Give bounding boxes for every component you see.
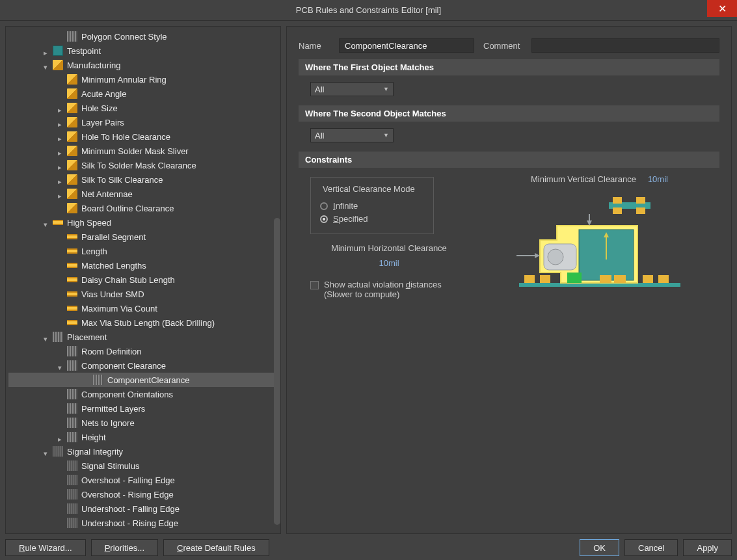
caret-icon[interactable]: [58, 362, 64, 369]
svg-rect-6: [613, 197, 622, 204]
svg-rect-3: [643, 275, 653, 283]
priorities-button[interactable]: Priorities...: [91, 539, 158, 556]
radio-specified[interactable]: Specified: [320, 214, 424, 224]
mvc-label: Minimum Vertical Clearance: [531, 174, 636, 184]
tree-item[interactable]: Hole To Hole Clearance: [8, 129, 278, 144]
tree-item[interactable]: Matched Lengths: [8, 258, 278, 273]
rule-category-icon: [67, 160, 77, 170]
caret-icon[interactable]: [44, 448, 50, 455]
first-scope-dropdown[interactable]: All: [310, 82, 394, 96]
rules-tree[interactable]: Polygon Connect StyleTestpointManufactur…: [8, 29, 278, 531]
caret-icon[interactable]: [58, 119, 64, 126]
rule-category-icon: [67, 131, 77, 142]
tree-item-label: Vias Under SMD: [81, 289, 144, 299]
rule-category-icon: [67, 306, 77, 311]
tree-item[interactable]: Maximum Via Count: [8, 301, 278, 315]
tree-item[interactable]: Overshoot - Falling Edge: [8, 473, 278, 487]
caret-icon[interactable]: [58, 434, 64, 440]
tree-item[interactable]: Signal Integrity: [8, 444, 278, 459]
tree-item[interactable]: Undershoot - Falling Edge: [8, 501, 278, 516]
tree-item[interactable]: Polygon Connect Style: [8, 29, 278, 44]
caret-icon[interactable]: [58, 133, 64, 140]
tree-item[interactable]: Daisy Chain Stub Length: [8, 273, 278, 287]
caret-icon[interactable]: [58, 176, 64, 183]
rule-category-icon: [53, 446, 63, 457]
svg-rect-14: [600, 275, 611, 283]
mhc-value[interactable]: 10mil: [310, 258, 468, 268]
tree-scrollbar[interactable]: [274, 218, 280, 525]
tree-item[interactable]: Signal Stimulus: [8, 459, 278, 473]
caret-icon[interactable]: [44, 62, 50, 68]
rule-category-icon: [67, 432, 77, 442]
violations-line1: Show actual violation distances: [324, 280, 442, 289]
mvc-value[interactable]: 10mil: [648, 174, 668, 184]
caret-none-icon: [58, 233, 64, 240]
tree-item[interactable]: Layer Pairs: [8, 115, 278, 129]
tree-item-label: ComponentClearance: [107, 375, 189, 385]
caret-icon[interactable]: [58, 162, 64, 168]
tree-item[interactable]: Height: [8, 430, 278, 444]
tree-item[interactable]: Undershoot - Rising Edge: [8, 516, 278, 530]
rule-category-icon: [53, 332, 63, 342]
create-default-rules-button[interactable]: Create Default Rules: [163, 539, 269, 556]
tree-item[interactable]: Overshoot - Rising Edge: [8, 487, 278, 501]
cancel-button[interactable]: Cancel: [624, 539, 678, 556]
caret-icon[interactable]: [44, 334, 50, 340]
svg-rect-7: [636, 197, 645, 204]
caret-none-icon: [58, 405, 64, 412]
tree-item[interactable]: Length: [8, 244, 278, 258]
tree-item[interactable]: Hole Size: [8, 101, 278, 115]
comment-label: Comment: [483, 41, 522, 51]
tree-item[interactable]: Acute Angle: [8, 87, 278, 101]
caret-icon[interactable]: [58, 105, 64, 111]
tree-item[interactable]: Net Antennae: [8, 187, 278, 201]
caret-none-icon: [58, 33, 64, 40]
second-scope-dropdown[interactable]: All: [310, 128, 394, 142]
caret-none-icon: [58, 305, 64, 312]
caret-none-icon: [84, 377, 90, 383]
tree-item[interactable]: Placement: [8, 330, 278, 344]
show-violations-checkbox[interactable]: Show actual violation distances (Slower …: [310, 280, 468, 299]
tree-item[interactable]: Permitted Layers: [8, 401, 278, 416]
tree-item[interactable]: Minimum Annular Ring: [8, 72, 278, 87]
tree-item[interactable]: Parallel Segment: [8, 230, 278, 244]
rule-category-icon: [67, 174, 77, 185]
editor-panel: Name Comment Where The First Object Matc…: [286, 26, 732, 534]
tree-item[interactable]: Minimum Solder Mask Sliver: [8, 144, 278, 158]
tree-item[interactable]: Silk To Solder Mask Clearance: [8, 158, 278, 172]
close-icon: ✕: [718, 3, 727, 15]
tree-item-label: Signal Integrity: [67, 447, 123, 457]
name-input[interactable]: [339, 38, 474, 53]
name-label: Name: [299, 41, 330, 51]
caret-icon[interactable]: [44, 219, 50, 226]
tree-item[interactable]: Component Orientations: [8, 387, 278, 401]
tree-item[interactable]: Silk To Silk Clearance: [8, 172, 278, 187]
rule-category-icon: [67, 403, 77, 414]
tree-item[interactable]: Manufacturing: [8, 58, 278, 72]
apply-button[interactable]: Apply: [683, 539, 732, 556]
caret-icon[interactable]: [44, 47, 50, 54]
tree-item-label: Silk To Solder Mask Clearance: [81, 161, 196, 170]
rule-wizard-button[interactable]: Rule Wizard...: [5, 539, 86, 556]
rule-category-icon: [67, 203, 77, 213]
caret-icon[interactable]: [58, 191, 64, 197]
rule-category-icon: [67, 88, 77, 99]
tree-item[interactable]: Max Via Stub Length (Back Drilling): [8, 315, 278, 330]
tree-item[interactable]: High Speed: [8, 215, 278, 230]
tree-item[interactable]: Board Outline Clearance: [8, 201, 278, 215]
tree-item[interactable]: Component Clearance: [8, 358, 278, 373]
comment-input[interactable]: [531, 38, 719, 53]
ok-button[interactable]: OK: [580, 539, 619, 556]
violations-line2: (Slower to compute): [324, 289, 442, 299]
tree-item[interactable]: Testpoint: [8, 44, 278, 58]
radio-infinite[interactable]: Infinite: [320, 201, 424, 211]
close-button[interactable]: ✕: [707, 0, 737, 17]
tree-item-label: Silk To Silk Clearance: [81, 175, 163, 185]
caret-none-icon: [58, 520, 64, 526]
caret-icon[interactable]: [58, 148, 64, 154]
tree-item-label: Room Definition: [81, 347, 142, 356]
tree-item[interactable]: Room Definition: [8, 344, 278, 358]
tree-item[interactable]: Nets to Ignore: [8, 416, 278, 430]
tree-item[interactable]: ComponentClearance: [8, 373, 278, 387]
tree-item[interactable]: Vias Under SMD: [8, 287, 278, 301]
